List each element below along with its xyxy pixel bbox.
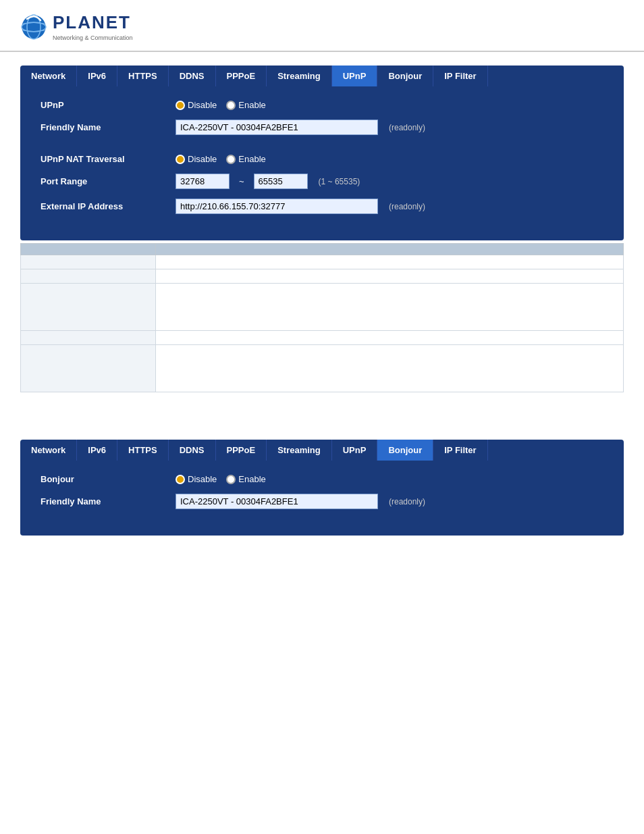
table-cell-value (156, 284, 624, 331)
brand-name: PLANET (53, 12, 131, 32)
tab-streaming-2[interactable]: Streaming (267, 440, 332, 461)
upnp-section: Network IPv6 HTTPS DDNS PPPoE Streaming … (20, 66, 624, 392)
upnp-data-table (20, 243, 624, 392)
bonjour-disable-label: Disable (188, 474, 217, 484)
bonjour-friendly-name-readonly: (readonly) (389, 497, 425, 506)
upnp-disable-radio[interactable] (176, 101, 185, 110)
ext-ip-readonly: (readonly) (389, 202, 425, 211)
nat-radio-group: Disable Enable (176, 154, 603, 164)
bonjour-content-panel: Bonjour Disable Enable Friendly Name (20, 461, 624, 536)
tab-ipfilter-2[interactable]: IP Filter (433, 440, 487, 461)
ext-ip-label: External IP Address (41, 201, 176, 211)
table-cell-label (21, 345, 156, 392)
planet-logo-icon (20, 14, 47, 41)
table-cell-value (156, 269, 624, 284)
bonjour-radio-group: Disable Enable (176, 474, 603, 484)
table-cell-label (21, 269, 156, 284)
ext-ip-row: External IP Address (readonly) (41, 199, 603, 214)
bonjour-friendly-name-input[interactable] (176, 494, 378, 509)
nat-disable-label: Disable (188, 154, 217, 164)
port-range-label: Port Range (41, 176, 176, 186)
upnp-content-panel: UPnP Disable Enable Friendly Name (20, 86, 624, 240)
ext-ip-control: (readonly) (176, 199, 603, 214)
port-hint: (1 ~ 65535) (319, 177, 360, 186)
bonjour-friendly-name-label: Friendly Name (41, 496, 176, 506)
bonjour-nav-tabs: Network IPv6 HTTPS DDNS PPPoE Streaming … (20, 440, 624, 461)
friendly-name-label: Friendly Name (41, 122, 176, 132)
bonjour-enable-radio[interactable] (226, 475, 236, 484)
tab-ddns-2[interactable]: DDNS (169, 440, 216, 461)
nat-enable-option[interactable]: Enable (226, 154, 265, 164)
table-col1-header (21, 244, 156, 255)
tab-upnp-2[interactable]: UPnP (332, 440, 378, 461)
tab-streaming-1[interactable]: Streaming (267, 66, 332, 86)
tab-network-1[interactable]: Network (20, 66, 77, 86)
tab-network-2[interactable]: Network (20, 440, 77, 461)
upnp-enable-radio[interactable] (226, 101, 236, 110)
bonjour-row: Bonjour Disable Enable (41, 474, 603, 484)
friendly-name-readonly: (readonly) (389, 123, 425, 132)
port-to-input[interactable] (254, 174, 308, 189)
page-wrapper: PLANET Networking & Communication Networ… (0, 0, 644, 834)
bonjour-section: Network IPv6 HTTPS DDNS PPPoE Streaming … (20, 440, 624, 536)
tab-ipv6-1[interactable]: IPv6 (77, 66, 117, 86)
bonjour-enable-label: Enable (238, 474, 265, 484)
table-cell-label (21, 331, 156, 345)
tab-bonjour-1[interactable]: Bonjour (377, 66, 433, 86)
bonjour-label: Bonjour (41, 474, 176, 484)
tab-ipfilter-1[interactable]: IP Filter (433, 66, 487, 86)
table-cell-value (156, 345, 624, 392)
upnp-disable-label: Disable (188, 100, 217, 110)
upnp-disable-option[interactable]: Disable (176, 100, 217, 110)
tab-pppoe-1[interactable]: PPPoE (216, 66, 267, 86)
upnp-enable-label: Enable (238, 100, 265, 110)
bonjour-friendly-name-row: Friendly Name (readonly) (41, 494, 603, 509)
table-row (21, 284, 624, 331)
brand-tagline: Networking & Communication (53, 34, 133, 41)
table-cell-value (156, 255, 624, 269)
port-range-row: Port Range ~ (1 ~ 65535) (41, 174, 603, 189)
bonjour-friendly-name-control: (readonly) (176, 494, 603, 509)
upnp-nav-tabs: Network IPv6 HTTPS DDNS PPPoE Streaming … (20, 66, 624, 86)
svg-point-0 (22, 15, 46, 39)
upnp-radio-group: Disable Enable (176, 100, 603, 110)
tab-upnp-1[interactable]: UPnP (332, 66, 378, 86)
logo-container: PLANET Networking & Communication (20, 12, 624, 41)
friendly-name-control: (readonly) (176, 120, 603, 135)
upnp-label: UPnP (41, 100, 176, 110)
table-cell-value (156, 331, 624, 345)
nat-disable-option[interactable]: Disable (176, 154, 217, 164)
friendly-name-row: Friendly Name (readonly) (41, 120, 603, 135)
table-cell-label (21, 255, 156, 269)
nat-traversal-row: UPnP NAT Traversal Disable Enable (41, 154, 603, 164)
table-col2-header (156, 244, 624, 255)
table-row (21, 331, 624, 345)
logo-text-block: PLANET Networking & Communication (53, 12, 133, 41)
port-range-control: ~ (1 ~ 65535) (176, 174, 603, 189)
bonjour-disable-radio[interactable] (176, 475, 185, 484)
tab-https-1[interactable]: HTTPS (117, 66, 169, 86)
friendly-name-input[interactable] (176, 120, 378, 135)
nat-disable-radio[interactable] (176, 155, 185, 164)
upnp-row: UPnP Disable Enable (41, 100, 603, 110)
tab-bonjour-2[interactable]: Bonjour (377, 440, 433, 461)
table-row (21, 269, 624, 284)
logo-area: PLANET Networking & Communication (0, 0, 644, 52)
table-row (21, 345, 624, 392)
nat-traversal-label: UPnP NAT Traversal (41, 154, 176, 164)
nat-enable-radio[interactable] (226, 155, 236, 164)
tab-pppoe-2[interactable]: PPPoE (216, 440, 267, 461)
upnp-enable-option[interactable]: Enable (226, 100, 265, 110)
tab-https-2[interactable]: HTTPS (117, 440, 169, 461)
bonjour-disable-option[interactable]: Disable (176, 474, 217, 484)
table-row (21, 255, 624, 269)
tab-ipv6-2[interactable]: IPv6 (77, 440, 117, 461)
bonjour-enable-option[interactable]: Enable (226, 474, 265, 484)
port-separator: ~ (239, 176, 244, 186)
ext-ip-input[interactable] (176, 199, 378, 214)
port-from-input[interactable] (176, 174, 230, 189)
table-cell-label (21, 284, 156, 331)
nat-enable-label: Enable (238, 154, 265, 164)
tab-ddns-1[interactable]: DDNS (169, 66, 216, 86)
